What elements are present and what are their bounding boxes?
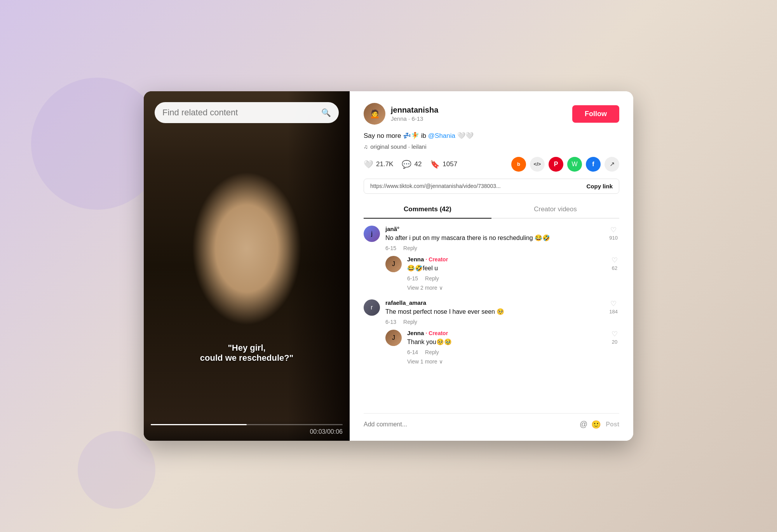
video-background: "Hey girl,could we reschedule?": [144, 91, 350, 441]
reply-heart-icon-1: ♡: [611, 256, 618, 264]
comment-body-2: rafaella_amara The most perfect nose I h…: [385, 299, 604, 325]
comment-icon: 💬: [402, 160, 411, 169]
bitly-share-icon[interactable]: b: [511, 157, 526, 172]
comment-like-2[interactable]: ♡ 184: [609, 299, 618, 315]
stats-row: 🤍 21.7K 💬 42 🔖 1057 b </> P W f ↗: [364, 157, 619, 172]
reply-row-2: J Jenna · Creator Thank you🥺🥹 6-14 Reply: [385, 330, 618, 355]
chevron-down-icon-2: ∨: [439, 358, 443, 365]
comment-input-icons: @ 🙂: [580, 420, 601, 429]
reply-like-1[interactable]: ♡ 62: [611, 256, 618, 271]
tab-comments[interactable]: Comments (42): [364, 202, 491, 219]
comment-input-row: @ 🙂 Post: [364, 413, 619, 429]
progress-fill: [151, 424, 247, 425]
bg-decoration-bottom: [78, 431, 155, 509]
tab-creator-videos[interactable]: Creator videos: [491, 202, 619, 218]
comment-meta-1: 6-15 Reply: [385, 245, 604, 251]
reply-date-1: 6-15: [407, 275, 418, 282]
reply-avatar-jenna-2: J: [385, 330, 402, 346]
pinterest-share-icon[interactable]: P: [549, 157, 563, 172]
stat-likes[interactable]: 🤍 21.7K: [364, 160, 393, 169]
mention-shania[interactable]: @Shania: [428, 132, 455, 139]
post-caption: Say no more 💤🧚 ib @Shania 🤍🤍: [364, 131, 619, 141]
comment-body-1: janã° No after i put on my mascara there…: [385, 226, 604, 251]
bg-decoration-left: [31, 78, 163, 210]
reply-author-1: Jenna · Creator: [407, 256, 606, 263]
reply-indent-1: J Jenna · Creator 😂🤣feel u 6-15 Reply: [385, 256, 618, 291]
right-panel: 🙍 jennatanisha Jenna · 6-13 Follow Say n…: [350, 91, 633, 441]
reply-like-2[interactable]: ♡ 20: [611, 330, 618, 345]
comment-reply-btn-2[interactable]: Reply: [403, 319, 417, 325]
emoji-icon[interactable]: 🙂: [591, 420, 601, 429]
comment-date-2: 6-13: [385, 319, 396, 325]
reply-heart-icon-2: ♡: [611, 330, 618, 338]
post-sound: ♫ original sound · leilani: [364, 143, 619, 150]
comment-text-1: No after i put on my mascara there is no…: [385, 233, 604, 243]
reply-meta-1: 6-15 Reply: [407, 275, 606, 282]
whatsapp-share-icon[interactable]: W: [567, 157, 582, 172]
follow-button[interactable]: Follow: [572, 105, 619, 123]
creator-username: jennatanisha: [391, 106, 572, 115]
creator-avatar: 🙍: [364, 103, 385, 125]
creator-tag-2: · Creator: [426, 330, 448, 336]
comment-meta-2: 6-13 Reply: [385, 319, 604, 325]
post-button[interactable]: Post: [606, 421, 619, 428]
reply-meta-2: 6-14 Reply: [407, 349, 606, 355]
search-input[interactable]: [162, 108, 317, 118]
reply-author-2: Jenna · Creator: [407, 330, 606, 336]
tabs-row: Comments (42) Creator videos: [364, 202, 619, 219]
embed-share-icon[interactable]: </>: [530, 157, 545, 172]
comment-input[interactable]: [364, 421, 575, 428]
video-dark-overlay: [287, 91, 350, 441]
comment-date-1: 6-15: [385, 245, 396, 251]
at-icon[interactable]: @: [580, 420, 587, 429]
reply-text-2: Thank you🥺🥹: [407, 337, 606, 347]
share-icons-row: b </> P W f ↗: [511, 157, 619, 172]
chevron-down-icon-1: ∨: [439, 285, 443, 291]
search-bar[interactable]: 🔍: [155, 102, 339, 123]
url-row: https://www.tiktok.com/@jennatanisha/vid…: [364, 179, 619, 194]
creator-header: 🙍 jennatanisha Jenna · 6-13 Follow: [364, 103, 619, 125]
reply-text-1: 😂🤣feel u: [407, 264, 606, 273]
comment-author-2: rafaella_amara: [385, 299, 604, 306]
comment-avatar-jana: j: [364, 226, 380, 242]
creator-meta: Jenna · 6-13: [391, 115, 572, 122]
comment-heart-icon-1: ♡: [610, 226, 617, 234]
reply-btn-1[interactable]: Reply: [425, 275, 439, 282]
comment-block-1: j janã° No after i put on my mascara the…: [364, 226, 618, 291]
progress-track: [151, 424, 343, 425]
copy-link-button[interactable]: Copy link: [586, 183, 613, 190]
video-time: 00:03/00:06: [151, 428, 343, 435]
reply-avatar-jenna-1: J: [385, 256, 402, 272]
comment-like-1[interactable]: ♡ 910: [609, 226, 618, 241]
reply-indent-2: J Jenna · Creator Thank you🥺🥹 6-14 Reply: [385, 330, 618, 365]
comment-author-1: janã°: [385, 226, 604, 232]
video-caption-overlay: "Hey girl,could we reschedule?": [200, 343, 293, 363]
comment-avatar-rafaella: r: [364, 299, 380, 316]
external-share-icon[interactable]: ↗: [605, 157, 619, 172]
creator-tag-1: · Creator: [426, 256, 448, 263]
reply-body-1: Jenna · Creator 😂🤣feel u 6-15 Reply: [407, 256, 606, 282]
facebook-share-icon[interactable]: f: [586, 157, 601, 172]
view-more-2[interactable]: View 1 more ∨: [407, 358, 618, 365]
comment-block-2: r rafaella_amara The most perfect nose I…: [364, 299, 618, 365]
search-icon[interactable]: 🔍: [321, 108, 331, 117]
main-container: 🔍 "Hey girl,could we reschedule?" 00:03/…: [144, 91, 633, 441]
reply-date-2: 6-14: [407, 349, 418, 355]
heart-icon: 🤍: [364, 160, 373, 169]
video-area: "Hey girl,could we reschedule?" 00:03/00…: [144, 91, 350, 441]
view-more-1[interactable]: View 2 more ∨: [407, 285, 618, 291]
comments-area: j janã° No after i put on my mascara the…: [364, 226, 619, 412]
music-icon: ♫: [364, 143, 368, 150]
comment-row-2: r rafaella_amara The most perfect nose I…: [364, 299, 618, 325]
comment-heart-icon-2: ♡: [610, 299, 617, 308]
stat-bookmarks[interactable]: 🔖 1057: [430, 160, 457, 169]
creator-info: jennatanisha Jenna · 6-13: [391, 106, 572, 122]
comment-reply-btn-1[interactable]: Reply: [403, 245, 417, 251]
bookmark-icon: 🔖: [430, 160, 440, 169]
reply-btn-2[interactable]: Reply: [425, 349, 439, 355]
stat-comments[interactable]: 💬 42: [402, 160, 422, 169]
url-text: https://www.tiktok.com/@jennatanisha/vid…: [370, 183, 582, 189]
video-progress-bar[interactable]: 00:03/00:06: [144, 419, 350, 441]
comment-row-1: j janã° No after i put on my mascara the…: [364, 226, 618, 251]
comment-text-2: The most perfect nose I have ever seen 🥺: [385, 307, 604, 316]
